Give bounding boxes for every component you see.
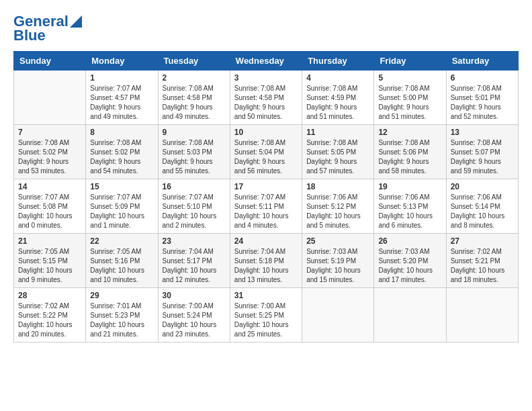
day-info: Sunrise: 7:02 AMSunset: 5:21 PMDaylight:… [451,247,514,285]
calendar-header-row: SundayMondayTuesdayWednesdayThursdayFrid… [14,52,519,71]
calendar-cell: 1Sunrise: 7:07 AMSunset: 4:57 PMDaylight… [86,71,158,125]
day-header-saturday: Saturday [446,52,518,71]
calendar-cell: 2Sunrise: 7:08 AMSunset: 4:58 PMDaylight… [158,71,230,125]
day-number: 1 [90,73,153,83]
calendar-week-row: 14Sunrise: 7:07 AMSunset: 5:08 PMDayligh… [14,179,519,234]
day-number: 27 [451,236,514,246]
day-info: Sunrise: 7:07 AMSunset: 4:57 PMDaylight:… [90,84,153,122]
day-number: 19 [378,182,441,191]
calendar-cell: 10Sunrise: 7:08 AMSunset: 5:04 PMDayligh… [230,125,302,179]
page-header: General Blue [13,13,519,44]
day-info: Sunrise: 7:03 AMSunset: 5:19 PMDaylight:… [306,247,369,285]
day-number: 23 [163,236,226,246]
day-number: 5 [378,73,441,83]
calendar-cell: 25Sunrise: 7:03 AMSunset: 5:19 PMDayligh… [302,234,374,288]
day-info: Sunrise: 7:07 AMSunset: 5:08 PMDaylight:… [18,193,81,230]
day-number: 30 [163,291,226,300]
day-number: 17 [234,182,298,191]
day-info: Sunrise: 7:03 AMSunset: 5:20 PMDaylight:… [378,247,441,285]
calendar-cell: 20Sunrise: 7:06 AMSunset: 5:14 PMDayligh… [446,179,518,234]
day-info: Sunrise: 7:08 AMSunset: 5:07 PMDaylight:… [451,138,514,176]
calendar-cell: 5Sunrise: 7:08 AMSunset: 5:00 PMDaylight… [374,71,446,125]
day-number: 20 [451,182,514,191]
logo: General Blue [13,13,82,44]
day-info: Sunrise: 7:06 AMSunset: 5:12 PMDaylight:… [306,193,369,230]
calendar-cell: 24Sunrise: 7:04 AMSunset: 5:18 PMDayligh… [230,234,302,288]
calendar-cell: 31Sunrise: 7:00 AMSunset: 5:25 PMDayligh… [230,288,302,342]
calendar-cell [302,288,374,342]
calendar-cell: 23Sunrise: 7:04 AMSunset: 5:17 PMDayligh… [158,234,230,288]
day-header-thursday: Thursday [302,52,374,71]
calendar-week-row: 7Sunrise: 7:08 AMSunset: 5:02 PMDaylight… [14,125,519,179]
day-number: 18 [306,182,369,191]
calendar-cell: 9Sunrise: 7:08 AMSunset: 5:03 PMDaylight… [158,125,230,179]
day-info: Sunrise: 7:06 AMSunset: 5:13 PMDaylight:… [378,193,441,230]
calendar-cell: 26Sunrise: 7:03 AMSunset: 5:20 PMDayligh… [374,234,446,288]
day-number: 6 [451,73,514,83]
day-info: Sunrise: 7:07 AMSunset: 5:09 PMDaylight:… [90,193,153,230]
day-number: 14 [18,182,81,191]
day-number: 29 [90,291,153,300]
calendar-cell: 12Sunrise: 7:08 AMSunset: 5:06 PMDayligh… [374,125,446,179]
day-info: Sunrise: 7:01 AMSunset: 5:23 PMDaylight:… [90,302,153,339]
day-info: Sunrise: 7:08 AMSunset: 5:04 PMDaylight:… [234,138,298,176]
day-header-tuesday: Tuesday [158,52,230,71]
day-header-sunday: Sunday [14,52,86,71]
day-info: Sunrise: 7:08 AMSunset: 5:02 PMDaylight:… [90,138,153,176]
day-number: 3 [234,73,298,83]
calendar-cell: 28Sunrise: 7:02 AMSunset: 5:22 PMDayligh… [14,288,86,342]
day-header-monday: Monday [86,52,158,71]
day-info: Sunrise: 7:06 AMSunset: 5:14 PMDaylight:… [451,193,514,230]
day-number: 4 [306,73,369,83]
day-number: 11 [306,128,369,137]
day-number: 9 [163,128,226,137]
day-info: Sunrise: 7:07 AMSunset: 5:10 PMDaylight:… [163,193,226,230]
day-info: Sunrise: 7:08 AMSunset: 5:06 PMDaylight:… [378,138,441,176]
day-number: 31 [234,291,298,300]
day-info: Sunrise: 7:00 AMSunset: 5:25 PMDaylight:… [234,302,298,339]
calendar-cell: 7Sunrise: 7:08 AMSunset: 5:02 PMDaylight… [14,125,86,179]
calendar-table: SundayMondayTuesdayWednesdayThursdayFrid… [13,51,519,342]
day-number: 16 [163,182,226,191]
calendar-cell: 16Sunrise: 7:07 AMSunset: 5:10 PMDayligh… [158,179,230,234]
day-header-friday: Friday [374,52,446,71]
calendar-cell: 13Sunrise: 7:08 AMSunset: 5:07 PMDayligh… [446,125,518,179]
calendar-cell: 27Sunrise: 7:02 AMSunset: 5:21 PMDayligh… [446,234,518,288]
calendar-cell: 8Sunrise: 7:08 AMSunset: 5:02 PMDaylight… [86,125,158,179]
day-number: 13 [451,128,514,137]
day-info: Sunrise: 7:04 AMSunset: 5:17 PMDaylight:… [163,247,226,285]
day-number: 7 [18,128,81,137]
calendar-cell: 4Sunrise: 7:08 AMSunset: 4:59 PMDaylight… [302,71,374,125]
day-info: Sunrise: 7:08 AMSunset: 5:03 PMDaylight:… [163,138,226,176]
calendar-week-row: 21Sunrise: 7:05 AMSunset: 5:15 PMDayligh… [14,234,519,288]
calendar-week-row: 28Sunrise: 7:02 AMSunset: 5:22 PMDayligh… [14,288,519,342]
calendar-cell: 18Sunrise: 7:06 AMSunset: 5:12 PMDayligh… [302,179,374,234]
calendar-cell: 19Sunrise: 7:06 AMSunset: 5:13 PMDayligh… [374,179,446,234]
calendar-cell: 17Sunrise: 7:07 AMSunset: 5:11 PMDayligh… [230,179,302,234]
day-header-wednesday: Wednesday [230,52,302,71]
day-info: Sunrise: 7:08 AMSunset: 4:58 PMDaylight:… [234,84,298,122]
day-info: Sunrise: 7:04 AMSunset: 5:18 PMDaylight:… [234,247,298,285]
day-number: 25 [306,236,369,246]
day-info: Sunrise: 7:00 AMSunset: 5:24 PMDaylight:… [163,302,226,339]
day-info: Sunrise: 7:07 AMSunset: 5:11 PMDaylight:… [234,193,298,230]
calendar-week-row: 1Sunrise: 7:07 AMSunset: 4:57 PMDaylight… [14,71,519,125]
day-number: 10 [234,128,298,137]
day-info: Sunrise: 7:02 AMSunset: 5:22 PMDaylight:… [18,302,81,339]
day-info: Sunrise: 7:08 AMSunset: 5:02 PMDaylight:… [18,138,81,176]
day-number: 28 [18,291,81,300]
calendar-cell [374,288,446,342]
day-number: 26 [378,236,441,246]
calendar-cell: 3Sunrise: 7:08 AMSunset: 4:58 PMDaylight… [230,71,302,125]
day-info: Sunrise: 7:08 AMSunset: 5:00 PMDaylight:… [378,84,441,122]
day-info: Sunrise: 7:05 AMSunset: 5:16 PMDaylight:… [90,247,153,285]
logo-blue-text: Blue [13,27,82,44]
calendar-cell: 30Sunrise: 7:00 AMSunset: 5:24 PMDayligh… [158,288,230,342]
day-number: 12 [378,128,441,137]
calendar-cell [14,71,86,125]
calendar-cell: 22Sunrise: 7:05 AMSunset: 5:16 PMDayligh… [86,234,158,288]
day-info: Sunrise: 7:08 AMSunset: 4:58 PMDaylight:… [163,84,226,122]
day-number: 22 [90,236,153,246]
day-info: Sunrise: 7:05 AMSunset: 5:15 PMDaylight:… [18,247,81,285]
svg-marker-0 [70,15,82,28]
